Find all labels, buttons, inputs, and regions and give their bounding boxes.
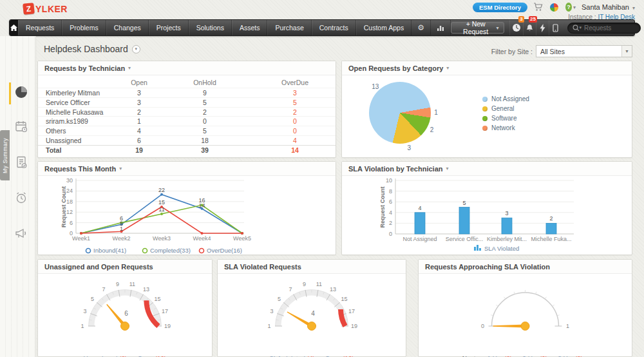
svg-text:4: 4	[311, 310, 315, 317]
new-request-button[interactable]: + New Request ▾	[451, 22, 504, 34]
open-requests-by-category-panel: Open Requests by Category ▾ 12313Not Ass…	[341, 61, 632, 158]
table-row[interactable]: Unassigned6184	[38, 135, 336, 145]
panel-header[interactable]: Open Requests by Category ▾	[342, 61, 632, 75]
reports-chart-icon[interactable]	[431, 20, 451, 35]
esm-directory-button[interactable]: ESM Directory	[473, 3, 527, 12]
gauge-svg: 01	[419, 275, 632, 342]
quick-actions-bolt-icon[interactable]	[536, 20, 549, 35]
search-scope-caret-icon[interactable]: ▾	[580, 25, 582, 30]
svg-text:17: 17	[348, 308, 355, 314]
table-row[interactable]: sriram.ks1989100	[38, 116, 336, 126]
svg-text:7: 7	[289, 286, 292, 293]
svg-text:13: 13	[330, 286, 336, 293]
user-menu[interactable]: Santa Mahiban ▾	[582, 3, 635, 11]
table-row[interactable]: Michelle Fukasawa222	[38, 107, 336, 117]
user-name-text: Santa Mahiban	[582, 3, 629, 11]
nav-item-problems[interactable]: Problems	[62, 20, 106, 35]
svg-text:5: 5	[91, 296, 94, 302]
legend-item-not-assigned[interactable]: Not Assigned	[482, 94, 529, 104]
pie-slice-value: 3	[407, 144, 411, 151]
approaching-sla-gauge-panel: Requests Approaching SLA Violation 01Nex…	[418, 259, 632, 357]
table-total-row[interactable]: Total193914	[38, 145, 336, 155]
column-header-overdue: OverDue	[281, 79, 309, 86]
svg-text:18: 18	[66, 198, 73, 205]
global-search[interactable]: ▾	[567, 23, 641, 34]
cell-onhold: 18	[191, 137, 219, 144]
sidebar-scheduler-calendar-icon[interactable]	[13, 119, 30, 135]
sidebar-dashboard-pie-icon[interactable]	[13, 84, 30, 101]
notifications-bell-icon[interactable]: 25	[523, 20, 536, 35]
site-filter-select[interactable]: All Sites ▼	[536, 45, 632, 57]
panel-title: Requests Approaching SLA Violation	[425, 263, 550, 271]
nav-item-assets[interactable]: Assets	[232, 20, 268, 35]
nav-item-projects[interactable]: Projects	[149, 20, 189, 35]
svg-text:6: 6	[70, 220, 73, 226]
svg-text:13: 13	[143, 286, 149, 293]
legend-item-network[interactable]: Network	[482, 123, 529, 133]
legend-item-general[interactable]: General	[482, 104, 529, 113]
legend-swatch	[482, 116, 488, 121]
sidebar-tasks-document-icon[interactable]	[13, 154, 30, 171]
logo-text: YLKER	[35, 4, 68, 14]
help-icon[interactable]: ?▾	[565, 2, 576, 12]
nav-item-changes[interactable]: Changes	[106, 20, 149, 35]
table-row[interactable]: Service Officer355	[38, 97, 336, 107]
legend-swatch	[482, 97, 488, 102]
panel-header[interactable]: Requests This Month ▾	[38, 162, 336, 176]
nav-item-contracts[interactable]: Contracts	[312, 20, 356, 35]
svg-text:24: 24	[66, 188, 73, 194]
pie-legend: Not AssignedGeneralSoftwareNetwork	[482, 94, 529, 133]
mobile-kiosk-icon[interactable]	[549, 20, 562, 35]
cell-open: 3	[125, 89, 153, 97]
technician-name: Kimberley Mitman	[46, 89, 100, 97]
legend-item-software[interactable]: Software	[482, 113, 529, 123]
nav-items: RequestsProblemsChangesProjectsSolutions…	[18, 20, 412, 35]
legend-swatch	[482, 126, 488, 131]
recent-items-clock-icon[interactable]: 3	[509, 20, 522, 35]
nav-item-requests[interactable]: Requests	[18, 20, 62, 35]
table-row[interactable]: Kimberley Mitman393	[38, 88, 336, 97]
sla-violated-gauge-panel: SLA Violated Requests 1357911131517194SL…	[217, 259, 406, 357]
sla-violated-gauge: 1357911131517194SLA violated (4)Open (19…	[218, 275, 406, 356]
month-line-chart: 0612182430Request CountWeek1Week2Week3We…	[38, 177, 336, 255]
dashboard-switcher-icon[interactable]: ▾	[132, 45, 140, 53]
nav-item-custom-apps[interactable]: Custom Apps	[356, 20, 412, 35]
panel-header[interactable]: Requests by Technician ▾	[38, 61, 336, 75]
bar-chart-svg: 0246810Request Count4Not Assigned5Servic…	[342, 177, 632, 255]
svg-text:1: 1	[566, 323, 569, 329]
search-input[interactable]	[584, 24, 636, 32]
svg-text:0: 0	[389, 231, 392, 237]
cart-icon[interactable]	[533, 2, 544, 12]
table-header-row: OpenOnHoldOverDue	[38, 78, 336, 88]
home-tab[interactable]	[10, 20, 18, 35]
svg-text:Completed(33): Completed(33)	[150, 247, 191, 254]
svg-text:1: 1	[120, 226, 123, 232]
sidebar-reminder-alarm-icon[interactable]	[13, 189, 30, 206]
home-icon	[10, 24, 18, 32]
svg-text:9: 9	[116, 281, 119, 287]
svg-text:1: 1	[80, 323, 84, 329]
column-header-open: Open	[125, 79, 153, 86]
nav-item-purchase[interactable]: Purchase	[267, 20, 311, 35]
technician-table: OpenOnHoldOverDueKimberley Mitman393Serv…	[38, 78, 336, 155]
cell-overdue: 5	[281, 99, 309, 106]
panel-header[interactable]: SLA Violation by Technician ▾	[342, 162, 632, 176]
svg-text:4: 4	[389, 209, 392, 216]
panel-title: Open Requests by Category	[348, 64, 443, 72]
svg-text:30: 30	[66, 177, 73, 184]
apps-wheel-icon[interactable]	[549, 2, 560, 12]
cell-overdue: 2	[281, 108, 309, 116]
page-title: Helpdesk Dashboard	[44, 44, 128, 54]
zylker-logo: Z YLKER	[23, 3, 68, 14]
my-summary-tab[interactable]: My Summary	[0, 130, 10, 180]
svg-text:Not Assigned: Not Assigned	[402, 236, 437, 242]
settings-gear-icon[interactable]: ⚙	[412, 20, 431, 35]
svg-text:19: 19	[351, 323, 357, 329]
svg-text:17: 17	[162, 308, 168, 314]
cell-open: 4	[125, 127, 153, 135]
pie-slice-value: 2	[430, 126, 434, 133]
nav-item-solutions[interactable]: Solutions	[189, 20, 232, 35]
cell-open: 1	[125, 117, 153, 125]
sidebar-announcements-megaphone-icon[interactable]	[13, 225, 30, 242]
table-row[interactable]: Others450	[38, 126, 336, 135]
